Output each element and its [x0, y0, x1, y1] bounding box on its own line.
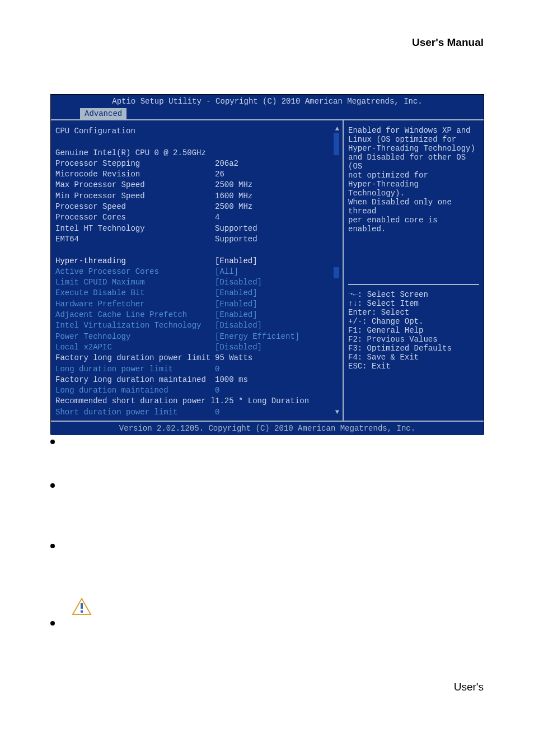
- bios-body: ▲ ▼ CPU Configuration Genuine Intel(R) C…: [51, 119, 484, 422]
- info-row: Genuine Intel(R) CPU 0 @ 2.50GHz: [55, 148, 343, 158]
- section-heading: CPU Configuration: [55, 126, 343, 137]
- tab-advanced[interactable]: Advanced: [80, 108, 127, 119]
- setting-row[interactable]: Long duration maintained0: [55, 385, 343, 396]
- setting-row[interactable]: Short duration power limit0: [55, 407, 343, 418]
- page-footer: User's: [454, 681, 484, 693]
- setting-row[interactable]: Hardware Prefetcher[Enabled]: [55, 299, 343, 310]
- setting-row[interactable]: Adjacent Cache Line Prefetch[Enabled]: [55, 310, 343, 320]
- bios-right-panel: Enabled for Windows XP and Linux (OS opt…: [343, 120, 484, 421]
- page-title: User's Manual: [412, 36, 484, 49]
- info-row: Processor Speed2500 MHz: [55, 202, 343, 212]
- bullet-icon: [50, 483, 55, 488]
- bios-window: Aptio Setup Utility - Copyright (C) 2010…: [50, 94, 484, 435]
- setting-row-selected[interactable]: Hyper-threading[Enabled]: [55, 256, 343, 267]
- info-row: Intel HT TechnologySupported: [55, 223, 343, 234]
- setting-row[interactable]: Local x2APIC[Disabled]: [55, 342, 343, 353]
- info-row: Factory long duration power limit95 Watt…: [55, 353, 343, 363]
- setting-row[interactable]: Intel Virtualization Technology[Disabled…: [55, 320, 343, 331]
- setting-row[interactable]: Execute Disable Bit[Enabled]: [55, 288, 343, 298]
- setting-row[interactable]: Active Processor Cores[All]: [55, 267, 343, 277]
- setting-row[interactable]: Limit CPUID Maximum[Disabled]: [55, 277, 343, 288]
- help-text: Enabled for Windows XP and Linux (OS opt…: [348, 126, 479, 234]
- bullet-icon: [50, 544, 55, 548]
- scrollbar[interactable]: [334, 133, 339, 408]
- scroll-down-icon[interactable]: ▼: [335, 408, 339, 416]
- scroll-thumb[interactable]: [334, 133, 339, 155]
- bullet-icon: [50, 440, 55, 444]
- info-row: Processor Stepping206a2: [55, 158, 343, 169]
- bios-title-bar: Aptio Setup Utility - Copyright (C) 2010…: [51, 95, 484, 108]
- scroll-up-icon[interactable]: ▲: [335, 125, 339, 133]
- warning-icon: [72, 598, 92, 618]
- info-row: Processor Cores4: [55, 212, 343, 223]
- info-row: Recommended short duration power l1.25 *…: [55, 396, 343, 407]
- bullet-list: [50, 440, 55, 665]
- bullet-icon: [50, 621, 55, 626]
- scroll-thumb[interactable]: [334, 267, 339, 278]
- info-row: EMT64Supported: [55, 234, 343, 245]
- bios-footer: Version 2.02.1205. Copyright (C) 2010 Am…: [51, 422, 484, 435]
- info-row: Max Processor Speed2500 MHz: [55, 180, 343, 190]
- info-row: Factory long duration maintained1000 ms: [55, 375, 343, 385]
- bios-left-panel: ▲ ▼ CPU Configuration Genuine Intel(R) C…: [51, 120, 343, 421]
- setting-row[interactable]: Power Technology[Energy Efficient]: [55, 332, 343, 342]
- info-row: Min Processor Speed1600 MHz: [55, 191, 343, 202]
- key-legend: ➝←: Select Screen ↑↓: Select Item Enter:…: [348, 284, 479, 371]
- setting-row[interactable]: Long duration power limit0: [55, 364, 343, 375]
- bios-tab-row: Advanced: [51, 108, 484, 119]
- svg-rect-1: [81, 603, 83, 609]
- info-row: Microcode Revision26: [55, 169, 343, 180]
- svg-rect-2: [81, 610, 83, 613]
